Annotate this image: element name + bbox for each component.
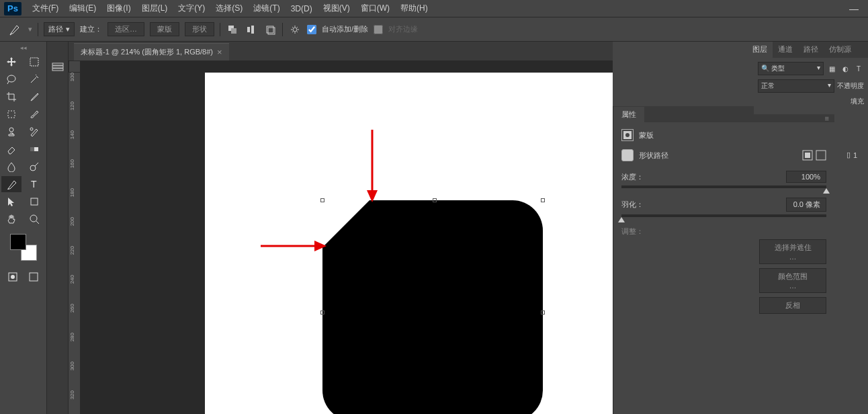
mode-dropdown[interactable]: 路径 ▾ (44, 22, 75, 36)
layer-filter-dropdown[interactable]: 🔍 类型▾ (758, 62, 824, 75)
document-tab[interactable]: 未标题-1 @ 214% (圆角矩形 1, RGB/8#) × (74, 43, 229, 60)
gradient-tool[interactable] (24, 141, 44, 157)
svg-point-13 (30, 165, 36, 171)
svg-point-28 (625, 133, 630, 137)
panel-menu-icon[interactable]: ≡ (820, 114, 834, 122)
invert-button[interactable]: 反相 (759, 297, 826, 314)
path-combine-icon[interactable] (226, 23, 239, 36)
history-panel-icon[interactable] (48, 59, 67, 75)
document-tab-title: 未标题-1 @ 214% (圆角矩形 1, RGB/8#) (81, 47, 213, 57)
feather-value[interactable]: 0.0 像素 (786, 198, 826, 212)
move-tool[interactable] (1, 54, 21, 70)
options-bar: ▾ 路径 ▾ 建立： 选区… 蒙版 形状 自动添加/删除 对齐边缘 (0, 17, 868, 42)
rounded-rectangle-shape[interactable] (322, 200, 543, 414)
shape-tool[interactable] (24, 194, 44, 210)
svg-rect-15 (31, 198, 38, 205)
path-select-tool[interactable] (1, 194, 21, 210)
eyedropper-tool[interactable] (24, 89, 44, 105)
tab-paths[interactable]: 路径 (798, 42, 824, 58)
make-mask-button[interactable]: 蒙版 (150, 22, 179, 36)
stamp-tool[interactable] (1, 124, 21, 140)
properties-tab[interactable]: 属性 (613, 107, 644, 122)
type-tool[interactable]: T (24, 176, 44, 192)
mask-vector-icon[interactable] (816, 150, 826, 161)
tab-clone[interactable]: 仿制源 (824, 42, 857, 58)
path-arrange-icon[interactable] (263, 23, 277, 36)
toolbar: ◂◂ T (0, 42, 47, 414)
make-selection-button[interactable]: 选区… (107, 22, 144, 36)
svg-rect-22 (52, 69, 63, 71)
make-shape-button[interactable]: 形状 (185, 22, 214, 36)
menu-window[interactable]: 窗口(W) (355, 1, 395, 16)
feather-slider[interactable] (621, 214, 826, 217)
menu-layer[interactable]: 图层(L) (136, 1, 173, 16)
marquee-tool[interactable] (24, 54, 44, 70)
app-logo: Ps (4, 2, 21, 15)
menu-view[interactable]: 视图(V) (318, 1, 355, 16)
svg-text:T: T (31, 179, 37, 190)
density-value[interactable]: 100% (786, 171, 826, 183)
align-edges-checkbox[interactable] (374, 25, 383, 34)
make-label: 建立： (80, 24, 102, 34)
menu-text[interactable]: 文字(Y) (173, 1, 210, 16)
menu-3d[interactable]: 3D(D) (286, 2, 318, 15)
menu-edit[interactable]: 编辑(E) (64, 1, 101, 16)
zoom-tool[interactable] (24, 211, 44, 227)
quickmask-icon[interactable] (3, 269, 23, 285)
filter-image-icon[interactable]: ▦ (826, 63, 837, 74)
menu-filter[interactable]: 滤镜(T) (248, 1, 285, 16)
chevron-down-icon: ▾ (66, 25, 70, 34)
lasso-tool[interactable] (1, 71, 21, 87)
menu-image[interactable]: 图像(I) (101, 1, 136, 16)
canvas-viewport[interactable] (81, 73, 613, 414)
color-swatches[interactable] (10, 234, 37, 261)
screenmode-icon[interactable] (24, 269, 44, 285)
transform-handle[interactable] (541, 310, 545, 315)
blur-tool[interactable] (1, 159, 21, 175)
gear-icon[interactable] (288, 23, 302, 36)
eraser-tool[interactable] (1, 141, 21, 157)
tab-layers[interactable]: 图层 (747, 42, 773, 58)
annotation-arrow-top (365, 130, 379, 204)
pen-tool-icon[interactable] (7, 22, 23, 38)
pen-tool[interactable] (1, 176, 21, 192)
filter-text-icon[interactable]: T (853, 63, 864, 74)
feather-label: 羽化： (621, 200, 644, 210)
density-slider[interactable] (621, 185, 826, 188)
patch-tool[interactable] (1, 106, 21, 122)
brush-tool[interactable] (24, 106, 44, 122)
select-and-mask-button[interactable]: 选择并遮住 … (759, 239, 826, 264)
path-align-icon[interactable] (245, 23, 258, 36)
mask-pixel-icon[interactable] (802, 150, 813, 161)
color-range-button[interactable]: 颜色范围 … (759, 268, 826, 293)
hand-tool[interactable] (1, 211, 21, 227)
svg-point-6 (293, 28, 297, 32)
layer-number: 1 (853, 151, 857, 159)
transform-handle[interactable] (433, 198, 437, 202)
crop-tool[interactable] (1, 89, 21, 105)
filter-adjust-icon[interactable]: ◐ (840, 63, 851, 74)
tab-channels[interactable]: 通道 (773, 42, 798, 58)
menu-help[interactable]: 帮助(H) (395, 1, 433, 16)
history-brush-tool[interactable] (24, 124, 44, 140)
foreground-color[interactable] (10, 234, 26, 250)
dodge-tool[interactable] (24, 159, 44, 175)
svg-rect-21 (52, 66, 63, 68)
menu-file[interactable]: 文件(F) (27, 1, 64, 16)
close-icon[interactable]: × (217, 47, 222, 57)
blend-mode-dropdown[interactable]: 正常▾ (758, 79, 834, 93)
minimize-button[interactable]: — (844, 3, 864, 14)
transform-handle[interactable] (541, 198, 545, 202)
svg-rect-7 (30, 58, 38, 66)
magic-wand-tool[interactable] (24, 71, 44, 87)
ruler-origin[interactable] (69, 60, 81, 73)
auto-add-delete-checkbox[interactable] (307, 25, 316, 34)
toolbar-collapse-icon[interactable]: ◂◂ (0, 44, 46, 52)
layer-item[interactable]: ▯ 1 (844, 148, 868, 162)
svg-point-16 (30, 215, 37, 222)
transform-handle[interactable] (320, 310, 324, 315)
ruler-vertical[interactable]: 100120140160180200220240260280300320 (69, 73, 81, 414)
menu-select[interactable]: 选择(S) (210, 1, 248, 16)
transform-handle[interactable] (320, 198, 324, 202)
mini-panel-bar (47, 42, 69, 414)
